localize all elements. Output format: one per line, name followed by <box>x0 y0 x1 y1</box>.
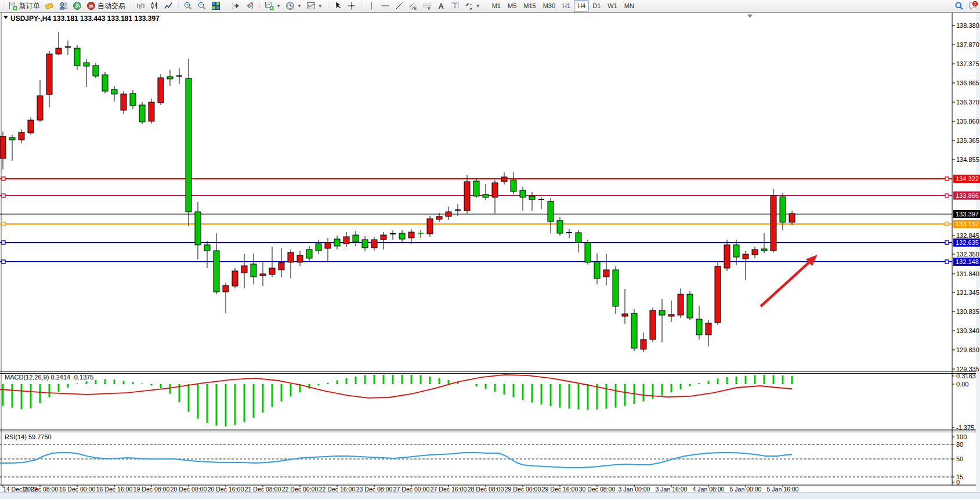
price-tag-133.137: 133.137 <box>953 220 980 228</box>
tile-windows-icon <box>211 1 220 10</box>
signals-icon <box>73 1 82 10</box>
svg-text:29 Dec 00:00: 29 Dec 00:00 <box>505 486 541 492</box>
toolbar-group-handle[interactable] <box>361 1 363 10</box>
equidistant-channel-tool[interactable]: E <box>406 0 420 12</box>
timeframe-h1-button[interactable]: H1 <box>559 0 574 12</box>
svg-text:129.335: 129.335 <box>956 366 979 373</box>
auto-scroll-icon <box>231 1 240 10</box>
toolbar-group-handle[interactable] <box>259 1 261 10</box>
chevron-down-icon[interactable]: ▼ <box>297 3 302 9</box>
toolbar-group-handle[interactable] <box>485 1 487 10</box>
svg-text:134.322: 134.322 <box>956 175 979 182</box>
timeframe-mn-button[interactable]: MN <box>621 0 638 12</box>
new-order-button-label: 新订单 <box>19 1 40 11</box>
svg-text:4 Jan 08:00: 4 Jan 08:00 <box>693 486 725 492</box>
auto-trading-button[interactable]: 自动交易 <box>84 0 128 12</box>
svg-text:5 Jan 00:00: 5 Jan 00:00 <box>730 486 762 492</box>
svg-text:16 Dec 00:00: 16 Dec 00:00 <box>59 486 96 492</box>
toolbar-group-handle[interactable] <box>225 1 227 10</box>
svg-text:0: 0 <box>956 479 960 486</box>
trendline-icon <box>395 1 404 10</box>
chat-button[interactable]: 1 <box>966 0 980 12</box>
zoom-out-button[interactable] <box>195 0 209 12</box>
svg-text:137.375: 137.375 <box>956 60 979 67</box>
indicators-button[interactable]: ▼ <box>262 0 283 12</box>
price-tag-132.635: 132.635 <box>953 238 980 247</box>
new-order-icon <box>8 1 17 10</box>
price-chart-canvas[interactable]: USDJPY-,H4 133.181 133.443 133.181 133.3… <box>0 12 980 492</box>
timeframe-d1-button[interactable]: D1 <box>589 0 604 12</box>
chevron-down-icon[interactable]: ▼ <box>476 3 480 9</box>
svg-text:100: 100 <box>956 433 967 440</box>
svg-text:137.870: 137.870 <box>956 41 979 48</box>
editor-icon <box>45 1 54 10</box>
timeframe-m30-button[interactable]: M30 <box>540 0 559 12</box>
line-chart-button[interactable] <box>161 0 175 12</box>
vertical-line-tool[interactable] <box>364 0 378 12</box>
chart-window[interactable]: USDJPY-,H4 133.181 133.443 133.181 133.3… <box>0 12 980 492</box>
cursor-icon <box>333 1 342 10</box>
crosshair-icon <box>347 1 356 10</box>
toolbar-group-handle[interactable] <box>327 1 330 10</box>
text-tool[interactable]: A <box>434 0 448 12</box>
chevron-down-icon[interactable]: ▼ <box>318 3 323 9</box>
svg-text:130.340: 130.340 <box>956 327 979 334</box>
metaeditor-button[interactable] <box>42 0 56 12</box>
arrows-icon <box>464 1 473 10</box>
auto-scroll-button[interactable] <box>229 0 243 12</box>
svg-text:21 Dec 08:00: 21 Dec 08:00 <box>245 486 281 492</box>
timeframe-m15-button[interactable]: M15 <box>520 0 539 12</box>
signals-button[interactable] <box>70 0 84 12</box>
tile-windows-button[interactable] <box>209 0 223 12</box>
timeframe-h4-button[interactable]: H4 <box>574 0 589 12</box>
svg-text:USDJPY-,H4 133.181 133.443 13: USDJPY-,H4 133.181 133.443 133.181 133.3… <box>10 15 160 23</box>
timeframe-m1-button[interactable]: M1 <box>489 0 504 12</box>
svg-text:132.845: 132.845 <box>956 232 979 239</box>
crosshair-tool-button[interactable] <box>345 0 359 12</box>
horizontal-line-tool[interactable] <box>378 0 392 12</box>
autotrade-icon <box>86 1 96 10</box>
templates-icon <box>306 1 316 10</box>
trendline-tool[interactable] <box>392 0 406 12</box>
zoom-in-button[interactable] <box>181 0 195 12</box>
candlestick-chart-button[interactable] <box>147 0 161 12</box>
timeframe-m5-button[interactable]: M5 <box>504 0 520 12</box>
timeframe-w1-button[interactable]: W1 <box>604 0 621 12</box>
toolbar-group-handle[interactable] <box>130 1 132 10</box>
svg-text:16 Dec 16:00: 16 Dec 16:00 <box>96 486 133 492</box>
search-button[interactable] <box>952 0 966 12</box>
svg-text:133.137: 133.137 <box>956 220 979 227</box>
svg-text:T: T <box>453 3 457 9</box>
toolbar-group-handle[interactable] <box>178 1 180 10</box>
svg-text:138.380: 138.380 <box>956 22 979 29</box>
svg-text:19 Dec 08:00: 19 Dec 08:00 <box>133 486 170 492</box>
svg-text:A: A <box>438 2 444 10</box>
arrows-tool[interactable]: ▼ <box>462 0 483 12</box>
svg-text:135.860: 135.860 <box>956 118 979 125</box>
time-axis: 14 Dec 202215 Dec 08:0016 Dec 00:0016 De… <box>3 485 799 492</box>
status-bar <box>0 492 980 499</box>
fibonacci-tool[interactable]: F <box>420 0 434 12</box>
chat-icon: 1 <box>968 1 978 10</box>
chevron-down-icon[interactable]: ▼ <box>276 3 281 9</box>
chart-shift-button[interactable] <box>243 0 256 12</box>
indicators-icon <box>265 1 274 10</box>
price-tag-134.322: 134.322 <box>953 175 980 183</box>
svg-text:136.865: 136.865 <box>956 79 979 86</box>
new-order-button[interactable]: 新订单 <box>6 0 42 12</box>
zoom-in-icon <box>183 1 193 10</box>
text-label-tool[interactable]: T <box>448 0 462 12</box>
navigator-button[interactable] <box>56 0 70 12</box>
svg-text:23 Dec 08:00: 23 Dec 08:00 <box>356 486 393 492</box>
zoom-out-icon <box>197 1 207 10</box>
toolbar-group-handle[interactable] <box>2 1 5 10</box>
price-tag-133.397: 133.397 <box>953 210 980 218</box>
svg-text:133.866: 133.866 <box>956 192 979 199</box>
periods-button[interactable]: ▼ <box>283 0 304 12</box>
templates-button[interactable]: ▼ <box>304 0 325 12</box>
svg-text:130.835: 130.835 <box>956 308 979 315</box>
svg-text:E: E <box>414 6 417 10</box>
cursor-tool-button[interactable] <box>331 0 345 12</box>
bar-chart-button[interactable] <box>133 0 147 12</box>
svg-text:30 Dec 08:00: 30 Dec 08:00 <box>579 486 616 492</box>
